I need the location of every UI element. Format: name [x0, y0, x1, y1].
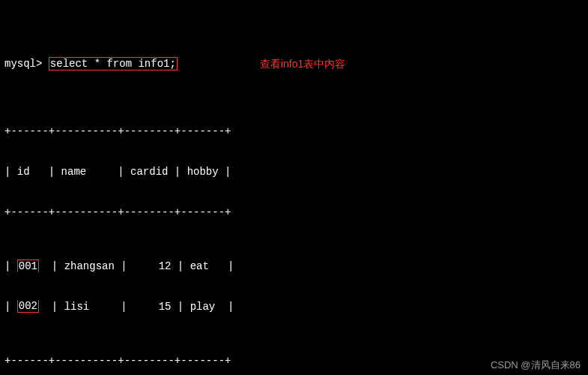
table-header: | id | name | cardid | hobby |	[4, 165, 584, 178]
cmd-select-1: select * from info1;	[50, 58, 176, 70]
cell-id-001: 001	[19, 260, 37, 272]
highlight-id-002: 002	[17, 300, 39, 313]
cell-id-002: 002	[19, 300, 37, 312]
annotation-view-table: 查看info1表中内容	[260, 57, 345, 70]
table-row-prefix: |	[4, 300, 17, 314]
table-row-prefix: |	[4, 260, 17, 273]
table-border: +------+----------+--------+-------+	[4, 206, 584, 219]
terminal: mysql> select * from info1;查看info1表中内容 +…	[0, 0, 588, 375]
table-row: | lisi | 15 | play |	[39, 300, 234, 314]
table-row: | zhangsan | 12 | eat |	[39, 260, 234, 273]
mysql-prompt: mysql>	[4, 57, 42, 70]
table-border: +------+----------+--------+-------+	[4, 124, 584, 138]
highlight-id-001: 001	[17, 260, 39, 272]
watermark: CSDN @清风自来86	[491, 358, 581, 372]
highlight-select-1: select * from info1;	[49, 57, 178, 70]
